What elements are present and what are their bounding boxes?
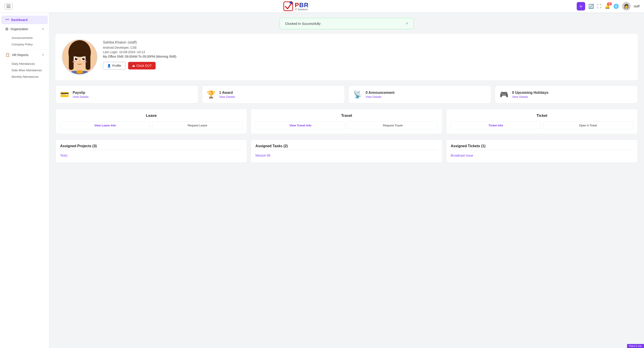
assigned-item[interactable]: Test1 xyxy=(60,153,242,158)
stat-card-award: 🏆 1 Award View Details xyxy=(202,86,345,103)
assigned-item[interactable]: Mission 95 xyxy=(255,153,438,158)
sidebar-item-dashboard[interactable]: 〰 Dashboard xyxy=(1,16,48,24)
action-title-travel: Travel xyxy=(255,114,438,118)
sidebar-item-company-policy[interactable]: Company Policy xyxy=(10,41,49,48)
sidebar-divider xyxy=(0,49,49,50)
action-btn2-ticket[interactable]: Open A Ticket xyxy=(543,122,633,129)
username-label: staff xyxy=(634,4,640,8)
action-btn1-travel[interactable]: View Travel Info xyxy=(255,122,346,129)
assigned-item[interactable]: Broadcast Issue xyxy=(451,153,633,158)
profile-shift: My Office Shift: 09:00AM To 05:00PM (Mor… xyxy=(103,55,632,58)
action-row: Leave View Leave Info Request Leave Trav… xyxy=(56,109,638,134)
action-btns-leave: View Leave Info Request Leave xyxy=(60,122,242,129)
action-btn1-leave[interactable]: View Leave Info xyxy=(60,122,150,129)
action-btn2-travel[interactable]: Request Travel xyxy=(348,122,438,129)
action-title-leave: Leave xyxy=(60,114,242,118)
add-button[interactable]: ＋ xyxy=(577,2,585,10)
svg-point-16 xyxy=(76,70,83,74)
notifications-button[interactable]: 🔔 42 xyxy=(605,3,610,9)
action-btns-ticket: Ticket Info Open A Ticket xyxy=(451,122,633,129)
profile-icon: 👤 xyxy=(107,64,111,67)
svg-point-9 xyxy=(75,58,78,60)
hr-reports-submenu: Daily Attendances Date Wise Attendances … xyxy=(0,60,49,81)
stat-link-payslip[interactable]: View Details xyxy=(73,95,88,99)
organization-submenu: Announcements Company Policy xyxy=(0,34,49,48)
stat-icon-holiday: 🎮 xyxy=(500,90,508,99)
action-btns-travel: View Travel Info Request Travel xyxy=(255,122,438,129)
chevron-down-icon: ▾ xyxy=(42,27,44,31)
svg-point-12 xyxy=(84,58,84,59)
sidebar-item-announcements[interactable]: Announcements xyxy=(10,35,49,41)
action-card-travel: Travel View Travel Info Request Travel xyxy=(251,109,442,134)
sidebar-item-date-wise[interactable]: Date Wise Attendances xyxy=(10,67,49,73)
assigned-row: Assigned Projects (3) Test1 Assigned Tas… xyxy=(56,139,638,163)
profile-avatar xyxy=(62,39,98,75)
stat-link-award[interactable]: View Details xyxy=(219,95,235,99)
dashboard-icon: 〰 xyxy=(5,18,9,22)
toast-message: Clocked In Successfully xyxy=(285,22,320,25)
sidebar-item-organization[interactable]: ⊞ Organization ▾ xyxy=(1,24,48,33)
assigned-card-projects: Assigned Projects (3) Test1 xyxy=(56,139,247,163)
notification-badge: 42 xyxy=(607,2,612,5)
svg-point-11 xyxy=(76,58,77,59)
layout: 〰 Dashboard ⊞ Organization ▾ Announcemen… xyxy=(0,12,644,348)
topnav-right: ＋ 🔄 ⛶ 🔔 42 🌐 👩 staff xyxy=(577,2,640,10)
svg-point-13 xyxy=(72,60,76,63)
stat-label-payslip: Payslip xyxy=(73,91,88,95)
expand-button[interactable]: ⛶ xyxy=(597,4,602,9)
hr-reports-icon: 📋 xyxy=(5,53,10,57)
action-btn2-leave[interactable]: Request Leave xyxy=(152,122,242,129)
assigned-card-tasks: Assigned Tasks (2) Mission 95 xyxy=(251,139,442,163)
assigned-title-tickets: Assigned Tickets (1) xyxy=(451,144,633,150)
sidebar-item-daily-attendances[interactable]: Daily Attendances xyxy=(10,60,49,67)
action-btn1-ticket[interactable]: Ticket Info xyxy=(451,122,541,129)
paintx-label: Paint X Lite xyxy=(627,344,644,348)
clockout-button[interactable]: ⏏ Clock OUT xyxy=(128,62,156,69)
refresh-button[interactable]: 🔄 xyxy=(588,3,594,9)
profile-last-login: Last Login: 10-08-2024--10:13 xyxy=(103,50,632,54)
main-content: Clocked In Successfully × xyxy=(49,12,644,348)
logo-area: PBR IT Solutions xyxy=(15,1,577,11)
profile-name: Sahiba Khatun (staff) xyxy=(103,39,632,45)
action-title-ticket: Ticket xyxy=(451,114,633,118)
globe-button[interactable]: 🌐 xyxy=(613,3,619,9)
profile-section: Sahiba Khatun (staff) Android Developer,… xyxy=(56,34,638,80)
sidebar-item-hr-reports[interactable]: 📋 HR Reports ▾ xyxy=(1,50,48,59)
stat-card-holiday: 🎮 0 Upcoming Holidays View Details xyxy=(495,86,638,103)
stat-card-announcement: 📡 0 Announcement View Details xyxy=(348,86,491,103)
stat-label-holiday: 0 Upcoming Holidays xyxy=(512,91,548,95)
stat-link-holiday[interactable]: View Details xyxy=(512,95,548,99)
assigned-card-tickets: Assigned Tickets (1) Broadcast Issue xyxy=(446,139,638,163)
assigned-title-projects: Assigned Projects (3) xyxy=(60,144,242,150)
sidebar-item-monthly[interactable]: Monthly Attendances xyxy=(10,73,49,80)
sidebar-label-hr-reports: HR Reports xyxy=(12,53,28,57)
stats-row: 💳 Payslip View Details 🏆 1 Award View De… xyxy=(56,86,638,103)
logo-icon xyxy=(283,1,294,11)
profile-button[interactable]: 👤 Profile xyxy=(103,62,126,69)
svg-point-6 xyxy=(69,43,90,57)
stat-label-award: 1 Award xyxy=(219,91,235,95)
stat-label-announcement: 0 Announcement xyxy=(366,91,394,95)
stat-icon-award: 🏆 xyxy=(206,90,216,99)
profile-department: Android Developer, CSE xyxy=(103,46,632,49)
hamburger-button[interactable] xyxy=(4,3,12,9)
action-card-leave: Leave View Leave Info Request Leave xyxy=(56,109,247,134)
chevron-down-icon-hr: ▾ xyxy=(42,53,44,56)
svg-point-14 xyxy=(83,60,87,63)
sidebar-label-dashboard: Dashboard xyxy=(11,18,28,22)
stat-card-payslip: 💳 Payslip View Details xyxy=(56,86,198,103)
profile-actions: 👤 Profile ⏏ Clock OUT xyxy=(103,62,632,69)
toast-close-button[interactable]: × xyxy=(406,21,408,26)
organization-icon: ⊞ xyxy=(5,27,8,31)
stat-link-announcement[interactable]: View Details xyxy=(366,95,394,99)
svg-point-10 xyxy=(82,58,85,60)
assigned-title-tasks: Assigned Tasks (2) xyxy=(255,144,438,150)
sidebar: 〰 Dashboard ⊞ Organization ▾ Announcemen… xyxy=(0,12,49,348)
stat-icon-announcement: 📡 xyxy=(353,90,362,99)
avatar[interactable]: 👩 xyxy=(622,2,630,10)
clockout-icon: ⏏ xyxy=(132,64,135,67)
stat-icon-payslip: 💳 xyxy=(60,90,69,99)
logo-text: PBR IT Solutions xyxy=(295,2,308,11)
action-card-ticket: Ticket Ticket Info Open A Ticket xyxy=(446,109,638,134)
topnav: PBR IT Solutions ＋ 🔄 ⛶ 🔔 42 🌐 👩 staff xyxy=(0,0,644,12)
